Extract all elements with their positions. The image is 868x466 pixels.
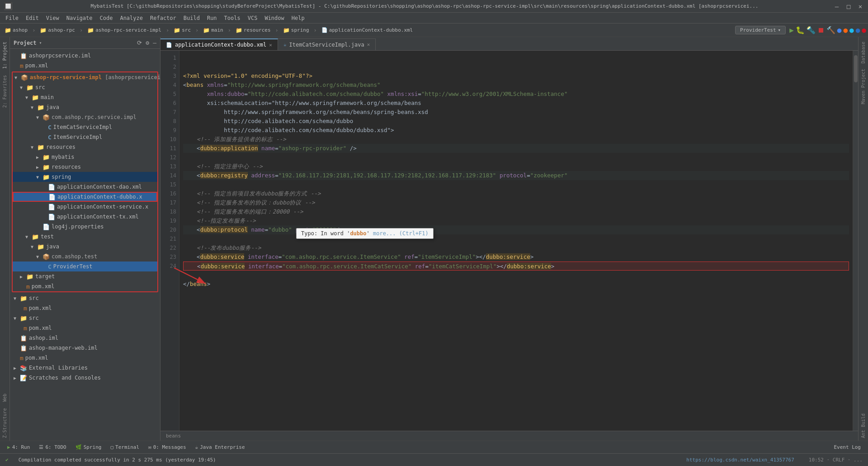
tree-item-mybatis[interactable]: ▶ 📁 mybatis [13, 152, 157, 162]
code-line-21[interactable]: <dubbo:service interface="com.ashop.rpc.… [183, 252, 849, 262]
messages-tool-button[interactable]: ✉ 0: Messages [145, 443, 189, 451]
tree-item-ext-libs[interactable]: ▶ 📚 External Libraries [10, 363, 160, 373]
code-content[interactable]: <?xml version="1.0" encoding="UTF-8"?><b… [179, 51, 853, 431]
run-config[interactable]: ProviderTest ▾ [735, 26, 786, 34]
run-icon[interactable]: ▶ [789, 26, 794, 34]
code-editor[interactable]: 123456789101112131415161718192021222324 … [160, 51, 858, 431]
menu-item-navigate[interactable]: Navigate [63, 14, 96, 22]
run-tool-button[interactable]: ▶ 4: Run [4, 443, 33, 451]
tree-item-main[interactable]: ▼ 📁 main [13, 92, 157, 102]
code-line-22[interactable]: <dubbo:service interface="com.ashop.rpc.… [183, 262, 849, 271]
tree-item-resources-sub[interactable]: ▶ 📁 resources [13, 162, 157, 172]
tree-item-itemservice[interactable]: C ItemServiceImpl [13, 132, 157, 142]
code-line-15[interactable]: <!-- 指定服务发布的协议：dubbo协议 --> [183, 198, 849, 207]
tree-item-tx-xml[interactable]: 📄 applicationContext-tx.xml [13, 212, 157, 222]
maximize-button[interactable]: □ [844, 3, 853, 10]
tree-item-target[interactable]: ▶ 📁 target [13, 271, 157, 281]
menu-item-run[interactable]: Run [203, 14, 221, 22]
browser-edge-icon[interactable]: ● [856, 26, 860, 34]
menu-item-vcs[interactable]: VCS [244, 14, 261, 22]
nav-crumb-resources[interactable]: 📁 resources [233, 26, 274, 34]
menu-item-analyze[interactable]: Analyze [116, 14, 146, 22]
status-link[interactable]: https://blog.csdn.net/waixn_41357767 [686, 457, 794, 463]
tree-item-outer-pom[interactable]: m pom.xml [10, 353, 160, 363]
sync-icon[interactable]: ⟳ [137, 39, 142, 46]
code-line-24[interactable]: </beans> [183, 280, 849, 289]
tree-item-java[interactable]: ▼ 📁 java [13, 102, 157, 112]
code-line-17[interactable]: <!--指定发布服务--> [183, 216, 849, 225]
tab-itemcat-java[interactable]: ☕ ItemCatServiceImpl.java ✕ [278, 38, 376, 50]
sidebar-item-database[interactable]: Database [860, 39, 867, 66]
sidebar-item-web[interactable]: Web [1, 391, 8, 404]
code-line-10[interactable] [183, 153, 849, 162]
browser-ie-icon[interactable]: ● [849, 26, 854, 34]
close-button[interactable]: ✕ [856, 3, 864, 10]
tree-item-provider-test[interactable]: C ProviderTest [13, 262, 157, 271]
tree-item-src3[interactable]: ▼ 📁 src [10, 313, 160, 323]
code-line-6[interactable]: http://code.alibatech.com/schema/dubbo [183, 117, 849, 126]
browser-firefox-icon[interactable]: ● [843, 26, 848, 34]
nav-crumb-service-impl[interactable]: 📁 ashop-rpc-service-impl [85, 26, 164, 34]
event-log-button[interactable]: Event Log [830, 443, 864, 451]
tree-item-resources[interactable]: ▼ 📁 resources [13, 142, 157, 152]
tree-item-test-package[interactable]: ▼ 📦 com.ashop.test [13, 252, 157, 262]
browser-chrome-icon[interactable]: ● [837, 26, 842, 34]
code-line-5[interactable]: http://www.springframework.org/schema/be… [183, 108, 849, 117]
tree-item-log4j[interactable]: 📄 log4j.properties [13, 222, 157, 232]
tree-item-iml[interactable]: 📋 ashoprpcservice.iml [10, 51, 160, 61]
code-line-13[interactable] [183, 180, 849, 189]
menu-item-help[interactable]: Help [288, 14, 308, 22]
debug-icon[interactable]: 🐛 [796, 26, 805, 34]
code-line-16[interactable]: <!-- 指定服务发布的端口：20000 --> [183, 207, 849, 216]
tree-item-ashop-iml[interactable]: 📋 ashop.iml [10, 333, 160, 343]
tree-item-src[interactable]: ▼ 📁 src [13, 82, 157, 92]
menu-item-window[interactable]: Window [261, 14, 288, 22]
code-line-3[interactable]: xmlns:dubbo="http://code.alibatech.com/s… [183, 90, 849, 99]
sidebar-item-maven-project[interactable]: Maven Project [860, 66, 867, 107]
tree-item-spring[interactable]: ▼ 📁 spring [13, 172, 157, 182]
build-icon[interactable]: 🔨 [826, 26, 835, 34]
tab-close-icon[interactable]: ✕ [367, 42, 370, 48]
stop-icon[interactable]: ⏹ [817, 26, 825, 34]
tree-item-service-xml[interactable]: 📄 applicationContext-service.x [13, 202, 157, 212]
tree-item-pom-root[interactable]: m pom.xml [10, 61, 160, 71]
tree-item-pom2[interactable]: m pom.xml [10, 303, 160, 313]
settings-icon[interactable]: ⚙ [146, 39, 149, 46]
tree-item-dao-xml[interactable]: 📄 applicationContext-dao.xml [13, 182, 157, 192]
todo-tool-button[interactable]: ☰ 6: TODO [35, 443, 70, 451]
tab-dubbo-xml[interactable]: 📄 applicationContext-dubbo.xml ✕ [160, 38, 278, 50]
tree-item-test-java[interactable]: ▼ 📁 java [13, 242, 157, 252]
code-line-8[interactable]: <!-- 添加服务提供者的标志 --> [183, 135, 849, 144]
tree-item-module-pom[interactable]: m pom.xml [13, 281, 157, 291]
menu-item-build[interactable]: Build [180, 14, 203, 22]
code-line-2[interactable]: <beans xmlns="http://www.springframework… [183, 81, 849, 90]
code-line-4[interactable]: xsi:schemaLocation="http://www.springfra… [183, 99, 849, 108]
spring-tool-button[interactable]: 🌿 Spring [72, 443, 105, 451]
sidebar-item-ant-build[interactable]: Ant Build [860, 411, 867, 441]
menu-item-refactor[interactable]: Refactor [146, 14, 180, 22]
code-line-12[interactable]: <dubbo:registry address="192.168.117.129… [183, 171, 849, 180]
minimize-button[interactable]: — [833, 3, 841, 10]
panel-dropdown-icon[interactable]: ▾ [39, 40, 42, 45]
nav-crumb-ashop[interactable]: 📁 ashop [2, 26, 30, 34]
code-line-7[interactable]: http://code.alibatech.com/schema/dubbo/d… [183, 126, 849, 135]
tree-item-test[interactable]: ▼ 📁 test [13, 232, 157, 242]
tree-item-src2[interactable]: ▼ 📁 src [10, 293, 160, 303]
tree-item-manager-iml[interactable]: 📋 ashop-manager-web.iml [10, 343, 160, 353]
menu-item-code[interactable]: Code [96, 14, 117, 22]
menu-item-tools[interactable]: Tools [221, 14, 244, 22]
java-enterprise-tool-button[interactable]: ☕ Java Enterprise [192, 443, 249, 451]
tree-item-itemcatservice[interactable]: C ItemCatServiceImpl [13, 122, 157, 132]
terminal-tool-button[interactable]: ▢ Terminal [107, 443, 143, 451]
tree-item-scratches[interactable]: ▶ 📝 Scratches and Consoles [10, 373, 160, 383]
coverage-icon[interactable]: 🔦 [807, 26, 816, 34]
code-line-9[interactable]: <dubbo:application name="ashop-rpc-provi… [183, 144, 849, 153]
sidebar-item-favorites[interactable]: 2: Favorites [1, 72, 8, 110]
nav-crumb-spring[interactable]: 📁 spring [280, 26, 312, 34]
sidebar-item-project[interactable]: 1: Project [1, 39, 8, 71]
nav-crumb-main[interactable]: 📁 main [200, 26, 226, 34]
menu-item-file[interactable]: File [2, 14, 22, 22]
nav-crumb-src[interactable]: 📁 src [171, 26, 193, 34]
tree-item-module-root[interactable]: ▼ 📦 ashop-rpc-service-impl [ashoprpcserv… [13, 72, 157, 82]
code-line-1[interactable]: <?xml version="1.0" encoding="UTF-8"?> [183, 71, 849, 81]
